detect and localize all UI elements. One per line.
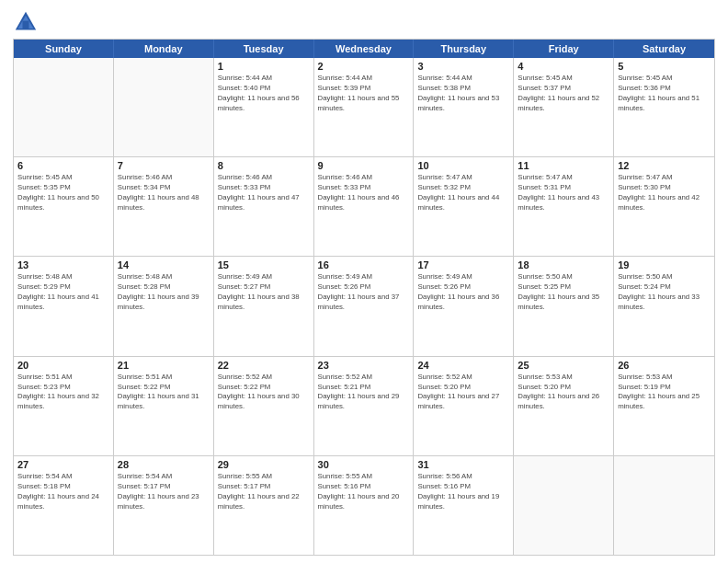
day-number: 19 [618,259,711,270]
sun-info: Sunrise: 5:47 AM Sunset: 5:32 PM Dayligh… [417,173,509,213]
day-number: 9 [318,160,410,171]
day-number: 14 [118,259,210,270]
sun-info: Sunrise: 5:55 AM Sunset: 5:17 PM Dayligh… [218,472,310,512]
calendar-cell: 22Sunrise: 5:52 AM Sunset: 5:22 PM Dayli… [214,357,314,455]
calendar-row-1: 6Sunrise: 5:45 AM Sunset: 5:35 PM Daylig… [14,156,714,256]
day-number: 26 [618,360,711,371]
calendar-cell: 4Sunrise: 5:45 AM Sunset: 5:37 PM Daylig… [514,58,614,156]
sun-info: Sunrise: 5:51 AM Sunset: 5:22 PM Dayligh… [118,373,210,413]
calendar-cell: 8Sunrise: 5:46 AM Sunset: 5:33 PM Daylig… [214,157,314,256]
calendar-cell [14,58,114,156]
calendar-cell: 24Sunrise: 5:52 AM Sunset: 5:20 PM Dayli… [414,357,514,455]
day-number: 21 [118,360,210,371]
calendar-cell: 12Sunrise: 5:47 AM Sunset: 5:30 PM Dayli… [614,157,714,256]
calendar-cell [614,456,714,555]
sun-info: Sunrise: 5:53 AM Sunset: 5:19 PM Dayligh… [618,373,711,413]
calendar-cell: 13Sunrise: 5:48 AM Sunset: 5:29 PM Dayli… [14,257,114,355]
sun-info: Sunrise: 5:45 AM Sunset: 5:35 PM Dayligh… [17,173,109,213]
header-day-saturday: Saturday [614,40,714,58]
sun-info: Sunrise: 5:44 AM Sunset: 5:40 PM Dayligh… [218,74,310,114]
calendar-body: 1Sunrise: 5:44 AM Sunset: 5:40 PM Daylig… [14,58,714,555]
calendar-cell: 11Sunrise: 5:47 AM Sunset: 5:31 PM Dayli… [514,157,614,256]
day-number: 13 [17,259,109,270]
day-number: 7 [118,160,210,171]
sun-info: Sunrise: 5:48 AM Sunset: 5:29 PM Dayligh… [17,272,109,313]
calendar-header: SundayMondayTuesdayWednesdayThursdayFrid… [14,40,714,58]
day-number: 12 [618,160,711,171]
calendar-cell: 10Sunrise: 5:47 AM Sunset: 5:32 PM Dayli… [414,157,514,256]
page: SundayMondayTuesdayWednesdayThursdayFrid… [0,0,728,563]
sun-info: Sunrise: 5:46 AM Sunset: 5:33 PM Dayligh… [218,173,310,213]
sun-info: Sunrise: 5:46 AM Sunset: 5:33 PM Dayligh… [318,173,410,213]
calendar-cell: 16Sunrise: 5:49 AM Sunset: 5:26 PM Dayli… [314,257,415,355]
calendar-cell: 21Sunrise: 5:51 AM Sunset: 5:22 PM Dayli… [114,357,214,455]
day-number: 25 [518,360,609,371]
header-day-friday: Friday [514,40,614,58]
day-number: 22 [218,360,310,371]
day-number: 2 [318,61,410,72]
sun-info: Sunrise: 5:49 AM Sunset: 5:27 PM Dayligh… [218,272,310,313]
sun-info: Sunrise: 5:54 AM Sunset: 5:17 PM Dayligh… [118,472,210,512]
calendar-cell: 31Sunrise: 5:56 AM Sunset: 5:16 PM Dayli… [414,456,514,555]
sun-info: Sunrise: 5:44 AM Sunset: 5:38 PM Dayligh… [417,74,509,114]
day-number: 29 [218,459,310,470]
calendar: SundayMondayTuesdayWednesdayThursdayFrid… [13,39,715,556]
day-number: 15 [218,259,310,270]
calendar-cell: 25Sunrise: 5:53 AM Sunset: 5:20 PM Dayli… [514,357,614,455]
svg-rect-2 [23,21,29,29]
calendar-cell: 17Sunrise: 5:49 AM Sunset: 5:26 PM Dayli… [414,257,514,355]
calendar-cell [114,58,214,156]
calendar-row-4: 27Sunrise: 5:54 AM Sunset: 5:18 PM Dayli… [14,455,714,555]
day-number: 10 [417,160,509,171]
day-number: 4 [518,61,609,72]
sun-info: Sunrise: 5:47 AM Sunset: 5:30 PM Dayligh… [618,173,711,213]
header [13,9,715,35]
calendar-cell: 15Sunrise: 5:49 AM Sunset: 5:27 PM Dayli… [214,257,314,355]
calendar-cell: 2Sunrise: 5:44 AM Sunset: 5:39 PM Daylig… [314,58,415,156]
calendar-cell: 18Sunrise: 5:50 AM Sunset: 5:25 PM Dayli… [514,257,614,355]
day-number: 1 [218,61,310,72]
calendar-row-2: 13Sunrise: 5:48 AM Sunset: 5:29 PM Dayli… [14,256,714,355]
calendar-cell: 30Sunrise: 5:55 AM Sunset: 5:16 PM Dayli… [314,456,415,555]
day-number: 8 [218,160,310,171]
sun-info: Sunrise: 5:52 AM Sunset: 5:22 PM Dayligh… [218,373,310,413]
calendar-cell: 5Sunrise: 5:45 AM Sunset: 5:36 PM Daylig… [614,58,714,156]
day-number: 18 [518,259,609,270]
sun-info: Sunrise: 5:54 AM Sunset: 5:18 PM Dayligh… [17,472,109,512]
sun-info: Sunrise: 5:50 AM Sunset: 5:25 PM Dayligh… [518,272,609,313]
calendar-row-3: 20Sunrise: 5:51 AM Sunset: 5:23 PM Dayli… [14,356,714,455]
sun-info: Sunrise: 5:45 AM Sunset: 5:37 PM Dayligh… [518,74,609,114]
calendar-cell: 1Sunrise: 5:44 AM Sunset: 5:40 PM Daylig… [214,58,314,156]
sun-info: Sunrise: 5:50 AM Sunset: 5:24 PM Dayligh… [618,272,711,313]
sun-info: Sunrise: 5:49 AM Sunset: 5:26 PM Dayligh… [318,272,410,313]
calendar-cell: 3Sunrise: 5:44 AM Sunset: 5:38 PM Daylig… [414,58,514,156]
day-number: 6 [17,160,109,171]
day-number: 24 [417,360,509,371]
calendar-cell: 6Sunrise: 5:45 AM Sunset: 5:35 PM Daylig… [14,157,114,256]
day-number: 3 [417,61,509,72]
calendar-cell [514,456,614,555]
logo-icon [13,9,39,35]
calendar-cell: 9Sunrise: 5:46 AM Sunset: 5:33 PM Daylig… [314,157,415,256]
sun-info: Sunrise: 5:52 AM Sunset: 5:20 PM Dayligh… [417,373,509,413]
day-number: 30 [318,459,410,470]
calendar-cell: 27Sunrise: 5:54 AM Sunset: 5:18 PM Dayli… [14,456,114,555]
calendar-cell: 20Sunrise: 5:51 AM Sunset: 5:23 PM Dayli… [14,357,114,455]
day-number: 5 [618,61,711,72]
sun-info: Sunrise: 5:56 AM Sunset: 5:16 PM Dayligh… [417,472,509,512]
calendar-cell: 23Sunrise: 5:52 AM Sunset: 5:21 PM Dayli… [314,357,415,455]
day-number: 27 [17,459,109,470]
header-day-wednesday: Wednesday [314,40,415,58]
calendar-cell: 26Sunrise: 5:53 AM Sunset: 5:19 PM Dayli… [614,357,714,455]
calendar-cell: 14Sunrise: 5:48 AM Sunset: 5:28 PM Dayli… [114,257,214,355]
header-day-sunday: Sunday [14,40,114,58]
calendar-row-0: 1Sunrise: 5:44 AM Sunset: 5:40 PM Daylig… [14,58,714,156]
sun-info: Sunrise: 5:49 AM Sunset: 5:26 PM Dayligh… [417,272,509,313]
header-day-tuesday: Tuesday [214,40,314,58]
sun-info: Sunrise: 5:48 AM Sunset: 5:28 PM Dayligh… [118,272,210,313]
day-number: 31 [417,459,509,470]
calendar-cell: 29Sunrise: 5:55 AM Sunset: 5:17 PM Dayli… [214,456,314,555]
sun-info: Sunrise: 5:44 AM Sunset: 5:39 PM Dayligh… [318,74,410,114]
sun-info: Sunrise: 5:53 AM Sunset: 5:20 PM Dayligh… [518,373,609,413]
calendar-cell: 7Sunrise: 5:46 AM Sunset: 5:34 PM Daylig… [114,157,214,256]
